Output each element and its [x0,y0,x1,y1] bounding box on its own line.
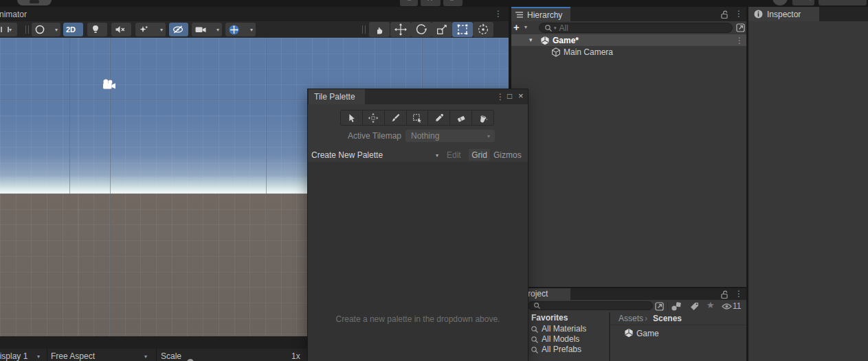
aspect-ratio-dropdown[interactable]: Free Aspect [51,351,95,361]
open-search-window-icon[interactable] [735,23,746,33]
active-tilemap-value: Nothing [411,131,439,141]
asset-item-game[interactable]: Game [636,329,659,338]
scene-audio-toggle[interactable] [111,23,131,36]
effects-dropdown-button[interactable]: ▾ [135,23,166,36]
move-tool-button[interactable] [390,22,411,37]
favorites-filter-star-icon[interactable]: ★ [706,300,715,310]
search-filter-arrow-icon[interactable]: ▾ [554,25,557,31]
rotate-tool-button[interactable] [411,22,432,37]
create-object-button[interactable]: + [513,21,520,33]
scene-row-label: Game* [553,36,579,45]
tile-paint-tool-button[interactable] [385,110,407,125]
chevron-down-icon: ▾ [524,24,527,30]
favorite-item-label: All Materials [542,324,586,334]
chevron-down-icon: ▾ [144,353,147,360]
divider [47,349,47,361]
info-icon [754,10,763,19]
step-button[interactable] [443,0,463,6]
lock-icon[interactable] [720,290,729,299]
2d-mode-toggle[interactable]: 2D [63,23,83,36]
empty-palette-hint: Create a new palette in the dropdown abo… [308,314,528,324]
rotate-icon [414,23,428,36]
scene-lighting-toggle[interactable] [87,23,107,36]
project-search-input[interactable] [528,301,653,310]
shading-mode-button[interactable]: ▾ [32,23,60,36]
display-dropdown[interactable]: Display 1 [0,351,27,361]
search-icon [533,302,541,310]
tile-move-tool-button[interactable] [363,110,385,125]
lock-icon[interactable] [720,10,729,19]
pause-icon [431,0,432,1]
middle-dock: Hierarchy ⋮ + ▾ ▾ All [511,7,746,361]
account-avatar[interactable] [772,0,788,5]
hand-tool-button[interactable] [369,22,390,37]
open-search-window-icon[interactable] [654,301,665,312]
step-icon [450,0,454,1]
tab-inspector[interactable]: Inspector [748,7,819,21]
brush-icon [390,113,401,124]
hierarchy-search-input[interactable]: ▾ All [539,23,733,33]
scale-slider-label: Scale [161,351,181,361]
search-by-type-icon[interactable] [671,301,682,312]
unity-scene-asset-icon [624,328,634,338]
project-menu-kebab-icon[interactable]: ⋮ [735,290,743,298]
paint-bucket-icon [478,113,489,124]
play-button[interactable] [400,0,418,6]
breadcrumb-scenes[interactable]: Scenes [653,314,682,323]
layout-dropdown[interactable] [819,0,867,5]
gameobject-cube-icon [551,47,561,57]
visible-items-eye-icon[interactable] [722,303,732,310]
grip-icon [1,27,9,32]
active-tilemap-dropdown[interactable]: Nothing ▾ [405,130,495,142]
tile-eraser-tool-button[interactable] [450,110,472,125]
tile-palette-menu-kebab-icon[interactable]: ⋮ [496,93,504,101]
light-icon [90,24,101,35]
layers-dropdown[interactable]: ▾ [792,0,814,5]
favorites-header[interactable]: Favorites [531,313,568,323]
hierarchy-row-scene[interactable]: ▾ Game* ⋮ [511,34,746,46]
scene-visibility-toggle[interactable] [169,23,188,36]
scene-menu-kebab-icon[interactable]: ⋮ [494,10,502,18]
scale-icon [435,23,449,36]
chevron-down-icon: ▾ [487,133,490,139]
favorite-item-label: All Prefabs [542,345,581,354]
chevron-down-icon: ▾ [436,152,438,159]
tile-picker-tool-button[interactable] [428,110,450,125]
maximize-icon[interactable]: □ [507,91,512,101]
scale-tool-button[interactable] [432,22,452,37]
project-content: Favorites All Materials All Mod [511,312,746,361]
tile-box-fill-tool-button[interactable] [407,110,429,125]
chevron-down-icon: ▾ [216,27,219,33]
search-by-label-icon[interactable] [689,301,700,312]
rect-tool-button[interactable] [452,22,473,37]
transform-tool-button[interactable] [473,22,493,37]
camera-icon [194,25,207,34]
project-toolbar: ★ 11 [511,300,746,312]
close-icon[interactable]: × [518,91,524,101]
tile-palette-titlebar[interactable]: Tile Palette ⋮ □ × [308,89,528,104]
draw-mode-button[interactable]: ▾ [0,23,17,36]
hierarchy-menu-kebab-icon[interactable]: ⋮ [735,10,743,18]
tab-animator[interactable]: Animator [0,10,27,19]
project-tabbar: Project ⋮ [511,288,746,300]
tile-palette-body[interactable]: Create a new palette in the dropdown abo… [308,162,528,361]
version-control-button[interactable] [17,0,52,5]
hierarchy-row-main-camera[interactable]: Main Camera [511,46,746,58]
scene-row-kebab-icon[interactable]: ⋮ [735,36,744,45]
tile-select-tool-button[interactable] [341,110,363,125]
tab-tile-palette[interactable]: Tile Palette [309,89,365,104]
gizmos-toggle-button[interactable]: Gizmos [493,150,522,160]
main-camera-gizmo-icon[interactable] [100,78,118,93]
foldout-expanded-icon[interactable]: ▾ [529,36,533,43]
chevron-down-icon: ▾ [9,27,12,33]
unity-editor: ▾ Animator ⋮ ▾ ▾ 2D [0,0,868,361]
main-camera-row-label: Main Camera [564,47,613,57]
grid-toggle-button[interactable]: Grid [469,149,490,161]
pause-button[interactable] [421,0,441,6]
tile-fill-tool-button[interactable] [472,110,493,125]
tab-hierarchy[interactable]: Hierarchy [511,7,570,21]
breadcrumb-assets[interactable]: Assets [619,314,643,323]
create-new-palette-dropdown[interactable]: Create New Palette [311,150,383,160]
scene-camera-gizmo-button[interactable]: ▾ [225,23,256,36]
camera-settings-button[interactable]: ▾ [192,23,222,36]
